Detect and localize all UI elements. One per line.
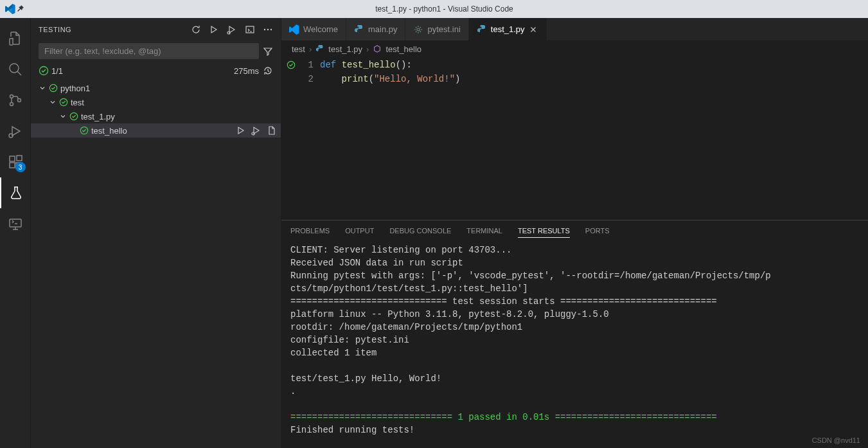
- tab-label: Welcome: [303, 24, 338, 34]
- panel-tab-debug[interactable]: DEBUG CONSOLE: [389, 224, 451, 237]
- extensions-icon[interactable]: 3: [0, 147, 31, 177]
- refresh-icon[interactable]: [191, 24, 201, 35]
- testing-icon[interactable]: [0, 177, 31, 208]
- svg-point-18: [60, 98, 67, 105]
- testing-sidebar: TESTING 1/1 275ms: [31, 18, 281, 448]
- svg-point-23: [287, 61, 294, 68]
- test-pass-gutter-icon[interactable]: [287, 58, 296, 72]
- svg-rect-6: [10, 156, 15, 161]
- svg-point-15: [270, 28, 272, 30]
- tree-test[interactable]: test_hello: [31, 123, 281, 138]
- editor[interactable]: 1 2 def test_hello(): print("Hello, Worl…: [281, 57, 868, 220]
- tab-main-py[interactable]: main.py: [346, 18, 406, 40]
- svg-rect-9: [17, 156, 22, 161]
- svg-point-14: [267, 28, 269, 30]
- tree-folder[interactable]: test: [31, 95, 281, 109]
- run-icon[interactable]: [236, 125, 246, 136]
- chevron-right-icon: ›: [366, 44, 369, 54]
- filter-input[interactable]: [39, 43, 259, 59]
- goto-file-icon[interactable]: [267, 125, 277, 136]
- svg-line-1: [17, 71, 21, 75]
- pass-icon: [58, 98, 69, 107]
- vscode-icon: [289, 24, 299, 35]
- watermark: CSDN @nvd11: [812, 436, 860, 444]
- python-icon: [354, 24, 364, 35]
- debug-icon[interactable]: [0, 116, 31, 147]
- panel-tab-ports[interactable]: PORTS: [585, 224, 610, 237]
- svg-point-2: [10, 95, 13, 98]
- tab-label: test_1.py: [491, 24, 525, 34]
- test-tree: python1 test test_1.py test_hello: [31, 80, 281, 139]
- svg-point-16: [40, 67, 48, 75]
- svg-rect-7: [10, 163, 15, 168]
- more-icon[interactable]: [263, 24, 273, 35]
- window-title: test_1.py - python1 - Visual Studio Code: [26, 4, 863, 13]
- explorer-icon[interactable]: [0, 23, 31, 54]
- chevron-down-icon: [48, 98, 58, 106]
- pin-icon[interactable]: [15, 4, 26, 14]
- code[interactable]: def test_hello(): print("Hello, World!"): [320, 57, 868, 220]
- tree-root[interactable]: python1: [31, 81, 281, 95]
- panel-tab-results[interactable]: TEST RESULTS: [518, 224, 570, 238]
- test-count: 1/1: [51, 66, 63, 76]
- breadcrumb-item[interactable]: test: [292, 44, 305, 54]
- source-control-icon[interactable]: [0, 85, 31, 116]
- python-icon: [315, 44, 324, 53]
- svg-point-3: [10, 103, 13, 106]
- breadcrumb-item[interactable]: test_1.py: [328, 44, 362, 54]
- chevron-down-icon: [58, 112, 68, 120]
- tab-label: pytest.ini: [427, 24, 460, 34]
- svg-rect-10: [10, 219, 21, 227]
- tree-label: test_hello: [90, 126, 236, 136]
- search-icon[interactable]: [0, 54, 31, 85]
- tab-welcome[interactable]: Welcome: [281, 18, 346, 40]
- bottom-panel: PROBLEMS OUTPUT DEBUG CONSOLE TERMINAL T…: [281, 220, 868, 448]
- panel-tab-terminal[interactable]: TERMINAL: [466, 224, 502, 237]
- filter-icon[interactable]: [263, 46, 273, 57]
- chevron-down-icon: [37, 84, 48, 92]
- tree-label: python1: [59, 84, 277, 93]
- tree-label: test: [69, 98, 277, 107]
- editor-tabs: Welcome main.py pytest.ini test_1.py: [281, 18, 868, 41]
- close-icon[interactable]: [529, 25, 539, 34]
- vscode-icon: [5, 4, 15, 14]
- svg-point-17: [49, 84, 57, 91]
- show-output-icon[interactable]: [245, 24, 255, 35]
- breadcrumb-item[interactable]: test_hello: [385, 44, 421, 54]
- tree-file[interactable]: test_1.py: [31, 109, 281, 123]
- svg-point-22: [417, 28, 420, 31]
- pass-icon: [78, 126, 90, 135]
- sidebar-title: TESTING: [39, 26, 191, 33]
- editor-area: Welcome main.py pytest.ini test_1.py tes…: [281, 18, 868, 448]
- tab-label: main.py: [368, 24, 398, 34]
- svg-point-4: [17, 99, 21, 102]
- titlebar: test_1.py - python1 - Visual Studio Code: [0, 0, 868, 18]
- symbol-icon: [373, 44, 382, 53]
- python-icon: [477, 24, 487, 35]
- svg-point-20: [80, 127, 87, 134]
- activity-bar: 3: [0, 18, 31, 448]
- debug-all-icon[interactable]: [227, 24, 237, 35]
- svg-point-19: [70, 112, 77, 120]
- debug-icon[interactable]: [251, 125, 261, 136]
- tree-label: test_1.py: [80, 112, 277, 121]
- breadcrumb[interactable]: test › test_1.py › test_hello: [281, 41, 868, 57]
- pass-icon: [68, 112, 80, 121]
- extensions-badge: 3: [15, 162, 26, 172]
- svg-point-0: [10, 64, 19, 73]
- pass-icon: [48, 84, 59, 93]
- test-duration: 275ms: [234, 66, 259, 76]
- line-numbers: 1 2: [301, 57, 320, 220]
- chevron-right-icon: ›: [309, 44, 312, 54]
- run-all-icon[interactable]: [209, 24, 219, 35]
- panel-tab-problems[interactable]: PROBLEMS: [290, 224, 330, 237]
- settings-file-icon: [413, 24, 423, 35]
- tab-test-1-py[interactable]: test_1.py: [469, 18, 547, 40]
- panel-tab-output[interactable]: OUTPUT: [345, 224, 374, 237]
- svg-point-13: [264, 28, 265, 30]
- history-icon[interactable]: [263, 66, 273, 76]
- test-results-output[interactable]: CLIENT: Server listening on port 43703..…: [281, 241, 868, 448]
- pass-icon: [39, 66, 49, 76]
- remote-icon[interactable]: [0, 208, 31, 239]
- tab-pytest-ini[interactable]: pytest.ini: [405, 18, 468, 40]
